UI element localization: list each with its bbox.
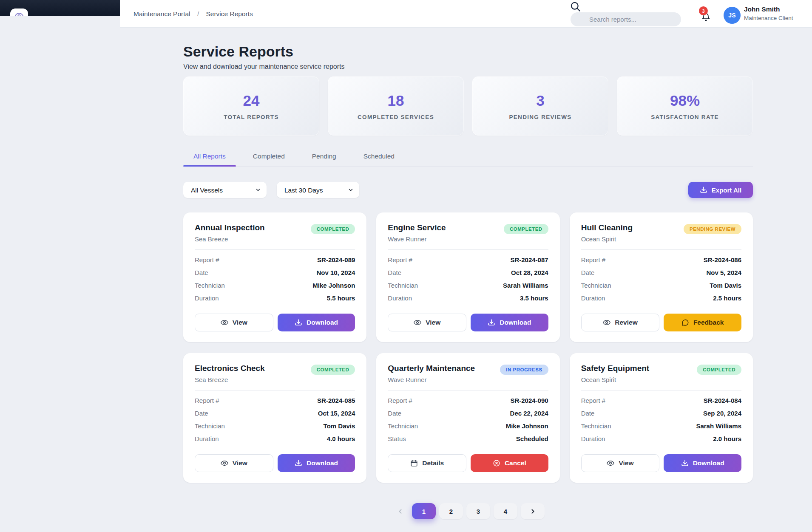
stat-value: 24 <box>243 92 260 109</box>
report-card: Quarterly Maintenance Wave Runner IN PRO… <box>376 353 559 483</box>
pagination-page-3[interactable]: 3 <box>466 503 490 519</box>
field-value: SR-2024-085 <box>317 397 355 404</box>
field-value: Nov 10, 2024 <box>316 269 355 276</box>
field-label: Duration <box>195 294 219 302</box>
field-row: Date Oct 15, 2024 <box>195 410 355 417</box>
report-vessel: Wave Runner <box>388 235 446 243</box>
field-label: Date <box>581 269 595 276</box>
download-button[interactable]: Download <box>278 314 355 331</box>
report-vessel: Ocean Spirit <box>581 376 649 383</box>
period-filter[interactable]: Last 30 Days <box>277 182 359 198</box>
action-label: Download <box>307 459 338 467</box>
pagination-page-2[interactable]: 2 <box>439 503 463 519</box>
view-button[interactable]: View <box>195 454 273 472</box>
report-vessel: Sea Breeze <box>195 235 265 243</box>
action-label: Details <box>422 459 444 467</box>
action-label: Download <box>307 319 338 326</box>
vessel-select[interactable]: All Vessels <box>183 182 267 198</box>
eye-icon <box>603 319 610 326</box>
field-row: Duration 4.0 hours <box>195 435 355 442</box>
divider <box>388 390 548 391</box>
chevron-left-icon <box>397 508 404 515</box>
action-label: View <box>233 459 247 467</box>
field-value: 2.5 hours <box>713 294 741 302</box>
stat-value: 18 <box>388 92 404 109</box>
action-label: Download <box>693 459 724 467</box>
stats-row: 24 TOTAL REPORTS 18 COMPLETED SERVICES 3… <box>183 76 753 136</box>
field-value: Oct 15, 2024 <box>318 410 355 417</box>
tab-all-reports[interactable]: All Reports <box>183 148 236 166</box>
action-label: Download <box>500 319 531 326</box>
view-button[interactable]: View <box>388 314 466 331</box>
report-actions: View Download <box>581 454 741 472</box>
report-fields: Report # SR-2024-089 Date Nov 10, 2024 T… <box>195 256 355 307</box>
divider <box>581 390 741 391</box>
divider <box>581 249 741 250</box>
pagination-page-1[interactable]: 1 <box>412 503 436 519</box>
vessel-filter[interactable]: All Vessels <box>183 182 267 198</box>
breadcrumb-separator: / <box>197 10 199 17</box>
user-info[interactable]: John Smith Maintenance Client <box>744 6 793 21</box>
field-label: Date <box>195 410 208 417</box>
field-value: SR-2024-089 <box>317 256 355 263</box>
field-value: 5.5 hours <box>327 294 355 302</box>
field-row: Technician Sarah Williams <box>581 422 741 430</box>
tab-pending[interactable]: Pending <box>302 148 346 166</box>
field-row: Date Oct 28, 2024 <box>388 269 548 276</box>
stat-label: PENDING REVIEWS <box>509 114 571 120</box>
field-value: Mike Johnson <box>312 282 355 289</box>
download-button[interactable]: Download <box>664 454 741 472</box>
report-title: Safety Equipment <box>581 364 649 373</box>
download-icon <box>295 459 302 467</box>
pagination: 1234 <box>183 503 753 519</box>
tab-scheduled[interactable]: Scheduled <box>353 148 405 166</box>
report-title: Annual Inspection <box>195 223 265 232</box>
field-value: Tom Davis <box>324 422 355 430</box>
field-row: Report # SR-2024-085 <box>195 397 355 404</box>
field-value: Tom Davis <box>710 282 741 289</box>
feedback-button[interactable]: Feedback <box>664 314 741 331</box>
pagination-page-4[interactable]: 4 <box>494 503 517 519</box>
field-value: Nov 5, 2024 <box>706 269 741 276</box>
field-label: Date <box>581 410 595 417</box>
divider <box>195 249 355 250</box>
report-card: Engine Service Wave Runner COMPLETED Rep… <box>376 212 559 342</box>
pagination-next-button[interactable] <box>521 503 545 519</box>
field-row: Technician Tom Davis <box>581 282 741 289</box>
search-input[interactable] <box>571 12 681 26</box>
logo[interactable] <box>10 8 28 16</box>
report-fields: Report # SR-2024-090 Date Dec 22, 2024 T… <box>388 397 548 448</box>
breadcrumb-root[interactable]: Maintenance Portal <box>133 10 190 17</box>
field-label: Date <box>195 269 208 276</box>
pagination-prev-button[interactable] <box>392 503 409 519</box>
breadcrumb-current[interactable]: Service Reports <box>206 10 253 17</box>
period-select[interactable]: Last 30 Days <box>277 182 359 198</box>
notification-bell[interactable]: 3 <box>701 13 711 22</box>
avatar[interactable]: JS <box>724 7 741 24</box>
feedback-chat-icon <box>681 319 689 326</box>
report-card: Safety Equipment Ocean Spirit COMPLETED … <box>570 353 753 483</box>
review-button[interactable]: Review <box>581 314 660 331</box>
details-button[interactable]: Details <box>388 454 466 472</box>
top-header: Maintenance Portal / Service Reports 3 J… <box>120 0 812 28</box>
eye-icon <box>221 319 228 326</box>
report-actions: View Download <box>195 454 355 472</box>
tab-completed[interactable]: Completed <box>243 148 295 166</box>
stat-card: 98% SATISFACTION RATE <box>617 76 753 136</box>
field-label: Report # <box>195 397 219 404</box>
export-all-button[interactable]: Export All <box>688 182 753 198</box>
reports-grid: Annual Inspection Sea Breeze COMPLETED R… <box>183 212 753 483</box>
action-label: Feedback <box>693 319 724 326</box>
view-button[interactable]: View <box>581 454 660 472</box>
field-value: 2.0 hours <box>713 435 741 442</box>
cancel-button[interactable]: Cancel <box>471 454 548 472</box>
status-badge: COMPLETED <box>311 365 355 375</box>
download-button[interactable]: Download <box>471 314 548 331</box>
status-badge: IN PROGRESS <box>500 365 548 375</box>
field-label: Report # <box>195 256 219 263</box>
field-value: 3.5 hours <box>520 294 548 302</box>
view-button[interactable]: View <box>195 314 273 331</box>
download-button[interactable]: Download <box>278 454 355 472</box>
field-label: Duration <box>581 435 605 442</box>
stat-card: 24 TOTAL REPORTS <box>183 76 319 136</box>
